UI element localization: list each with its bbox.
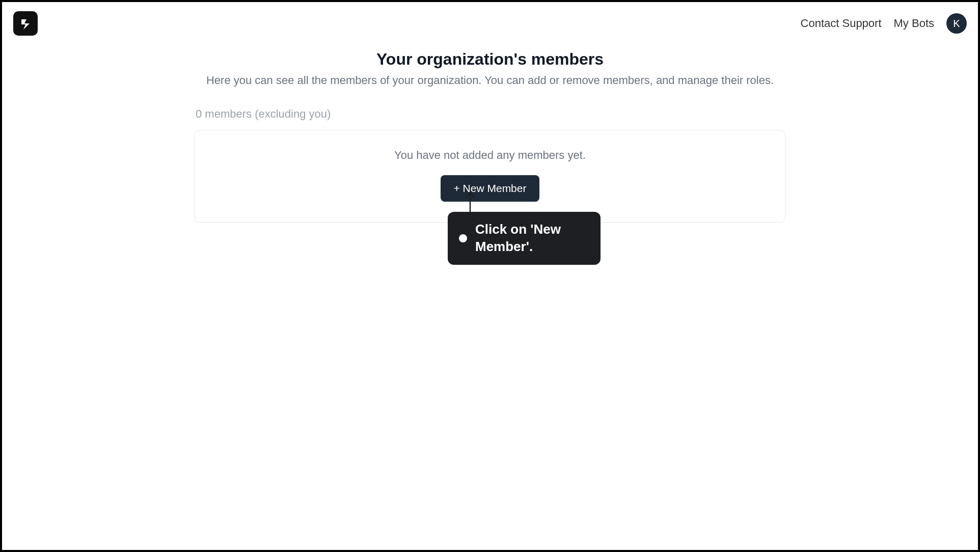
main-content: Your organization's members Here you can… <box>184 45 796 228</box>
instruction-callout: Click on 'New Member'. <box>448 212 601 265</box>
page-subtitle: Here you can see all the members of your… <box>195 74 785 87</box>
callout-text: Click on 'New Member'. <box>475 221 587 256</box>
my-bots-link[interactable]: My Bots <box>894 17 934 30</box>
header: Contact Support My Bots K <box>2 2 978 45</box>
bullet-icon <box>459 234 467 242</box>
page-title: Your organization's members <box>195 50 785 69</box>
members-card: You have not added any members yet. + Ne… <box>195 130 785 223</box>
empty-state-text: You have not added any members yet. <box>205 149 775 162</box>
app-logo[interactable] <box>13 11 38 36</box>
avatar[interactable]: K <box>946 13 967 34</box>
member-count: 0 members (excluding you) <box>196 107 785 121</box>
arrow-up-icon <box>464 190 476 213</box>
header-right: Contact Support My Bots K <box>801 13 967 34</box>
logo-icon <box>18 16 33 31</box>
callout-box: Click on 'New Member'. <box>448 212 601 265</box>
new-member-button[interactable]: + New Member <box>441 175 540 202</box>
contact-support-link[interactable]: Contact Support <box>801 17 882 30</box>
